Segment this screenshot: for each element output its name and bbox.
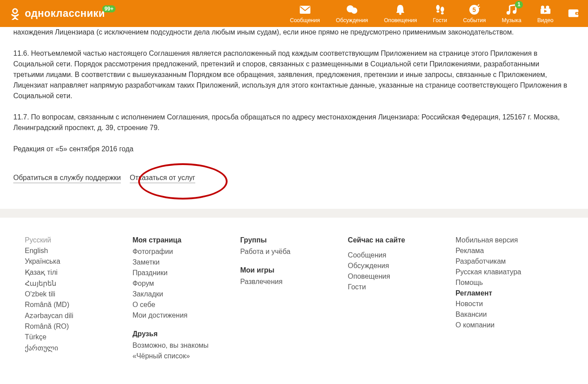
nav-discussions[interactable]: Обсуждения [328,1,376,26]
nav-label: Гости [433,17,447,23]
footer-link-news[interactable]: Новости [456,300,563,308]
lang-romanian-md[interactable]: Română (MD) [25,301,132,309]
footer-link-notes[interactable]: Заметки [132,258,240,266]
nav-label: Оповещения [384,17,417,23]
action-links-row: Обратиться в службу поддержки Отказаться… [13,174,571,183]
footer-link-achievements[interactable]: Мои достижения [132,311,240,319]
svg-point-0 [13,9,17,13]
lang-romanian-ro[interactable]: Română (RO) [25,323,132,330]
footer-link-holidays[interactable]: Праздники [132,269,240,277]
footer-title-mygames[interactable]: Мои игры [240,266,348,274]
footer-title-mypage[interactable]: Моя страница [132,236,240,244]
video-icon [540,4,551,15]
lang-armenian[interactable]: Հայերեն [25,279,132,288]
nav-label: Сообщения [290,17,320,23]
logo-text: одноклассники [25,8,105,19]
svg-point-13 [513,10,516,14]
nav-label: Музыка [502,17,521,23]
lang-ukrainian[interactable]: Українська [25,257,132,265]
footer-link-blacklist[interactable]: «Чёрный список» [132,352,240,360]
svg-point-3 [351,8,357,14]
nav-wallet[interactable] [568,1,579,26]
svg-point-19 [576,12,578,14]
footer-title-groups[interactable]: Группы [240,236,348,244]
nav-video[interactable]: Видео [529,1,561,26]
footer-link-jobs[interactable]: Вакансии [456,311,563,319]
footprints-icon [434,4,446,15]
ok-logo-icon [9,8,21,20]
footer-link-help[interactable]: Помощь [456,279,563,287]
footer-link-terms[interactable]: Регламент [456,289,563,297]
footer-link-discussions[interactable]: Обсуждения [348,262,456,270]
footer-separator [0,209,588,218]
notifications-badge: 99+ [102,5,116,12]
svg-point-14 [541,5,544,8]
lang-georgian[interactable]: ქართული [25,344,132,352]
page-content: нахождения Лицензиара (с исключением под… [0,27,584,196]
footer-col-groups: Группы Работа и учёба Мои игры Развлечен… [240,236,348,363]
footer-link-bookmarks[interactable]: Закладки [132,290,240,298]
paragraph-11-6: 11.6. Неотъемлемой частью настоящего Сог… [13,48,571,101]
nav-label: Обсуждения [336,17,368,23]
lang-english[interactable]: English [25,247,132,255]
svg-point-15 [546,5,549,8]
site-logo[interactable]: одноклассники 99+ [9,8,105,20]
svg-point-12 [507,11,510,15]
nav-messages[interactable]: Сообщения [282,1,328,26]
mail-icon [299,4,311,15]
footer-link-you-may-know[interactable]: Возможно, вы знакомы [132,342,240,349]
footer-link-about[interactable]: О себе [132,301,240,309]
svg-point-5 [399,12,402,15]
footer-col-online: Сейчас на сайте Сообщения Обсуждения Опо… [348,236,456,363]
lang-russian[interactable]: Русский [25,236,132,244]
svg-point-6 [436,5,440,10]
nav-guests[interactable]: Гости [425,1,455,26]
nav-label: События [463,17,486,23]
lang-uzbek[interactable]: O'zbek tili [25,290,132,298]
footer-title-online[interactable]: Сейчас на сайте [348,236,456,244]
paragraph-11-7: 11.7. По вопросам, связанным с исполнени… [13,112,571,133]
lang-turkish[interactable]: Türkçe [25,333,132,341]
footer: Русский English Українська Қазақ тілі Հա… [0,218,588,376]
footer-link-notifications[interactable]: Оповещения [348,273,456,280]
paragraph-edition-date: Редакция от «5» сентября 2016 года [13,144,571,154]
svg-point-7 [437,10,439,12]
svg-text:5: 5 [473,6,476,13]
footer-link-company[interactable]: О компании [456,321,563,329]
footer-link-work-study[interactable]: Работа и учёба [240,248,348,256]
chat-icon [346,4,358,15]
footer-col-mypage: Моя страница Фотографии Заметки Праздник… [132,236,240,363]
svg-point-8 [441,7,444,12]
contact-support-link[interactable]: Обратиться в службу поддержки [13,174,121,183]
bell-icon [395,4,406,15]
lang-kazakh[interactable]: Қазақ тілі [25,268,132,276]
nav-events[interactable]: 5 События [455,1,494,26]
footer-link-forum[interactable]: Форум [132,280,240,288]
footer-title-friends[interactable]: Друзья [132,330,240,338]
nav-music[interactable]: Музыка 1 [494,1,529,26]
coin-icon: 5 [468,4,480,15]
lang-azerbaijani[interactable]: Azərbaycan dili [25,311,132,320]
nav-label: Видео [537,17,553,23]
top-nav: Сообщения Обсуждения Оповещения Гости 5 … [282,1,579,26]
footer-link-developers[interactable]: Разработчикам [456,257,563,265]
paragraph-11-5-tail: нахождения Лицензиара (с исключением под… [13,27,571,38]
svg-point-9 [441,12,444,14]
footer-link-keyboard[interactable]: Русская клавиатура [456,268,563,276]
footer-link-mobile[interactable]: Мобильная версия [456,236,563,244]
decline-services-link[interactable]: Отказаться от услуг [130,174,195,183]
svg-rect-1 [300,6,310,14]
nav-notifications[interactable]: Оповещения [376,1,425,26]
music-badge: 1 [515,1,523,8]
wallet-icon [568,7,579,19]
footer-link-messages[interactable]: Сообщения [348,251,456,259]
footer-link-guests[interactable]: Гости [348,283,456,291]
footer-col-meta: Мобильная версия Реклама Разработчикам Р… [456,236,563,363]
footer-link-entertainment[interactable]: Развлечения [240,278,348,286]
top-nav-header: одноклассники 99+ Сообщения Обсуждения О… [0,0,588,27]
footer-link-photos[interactable]: Фотографии [132,248,240,256]
footer-link-ads[interactable]: Реклама [456,247,563,255]
footer-col-languages: Русский English Українська Қазақ тілі Հա… [25,236,132,363]
